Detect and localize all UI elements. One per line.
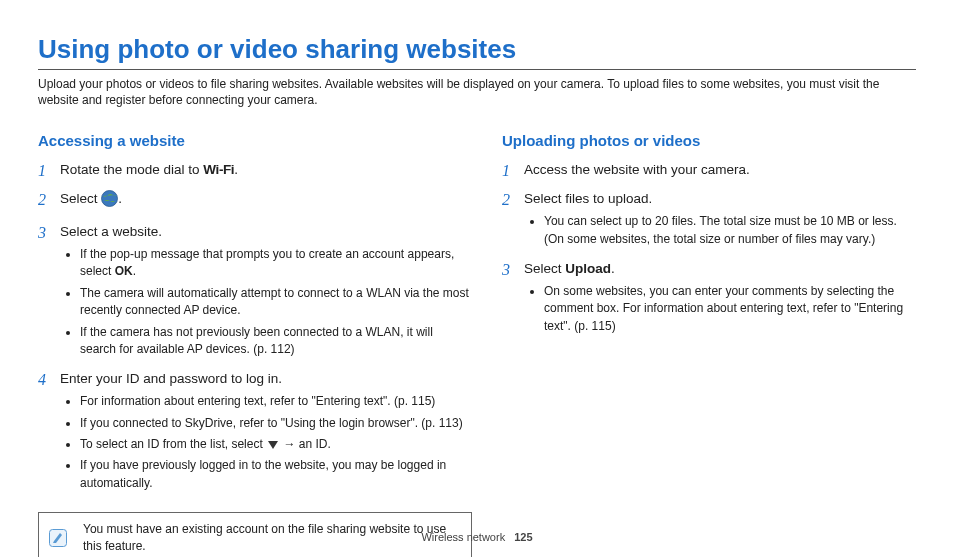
text-part: Rotate the mode dial to [60, 162, 203, 177]
step-2-text: Select files to upload. [524, 190, 916, 209]
step-3-sublist: On some websites, you can enter your com… [524, 283, 916, 335]
text-part: If the pop-up message that prompts you t… [80, 247, 454, 278]
step-3-text: Select a website. [60, 223, 472, 242]
footer-section: Wireless network [421, 531, 505, 543]
step-number: 4 [38, 370, 60, 389]
left-column: Accessing a website 1 Rotate the mode di… [38, 132, 472, 557]
right-column: Uploading photos or videos 1 Access the … [502, 132, 916, 557]
accessing-a-website-heading: Accessing a website [38, 132, 472, 149]
step-3: 3 Select Upload. On some websites, you c… [502, 260, 916, 341]
step-3-text: Select Upload. [524, 260, 916, 279]
text-part: . [234, 162, 238, 177]
step-2-text: Select . [60, 190, 472, 213]
step-2-sublist: You can select up to 20 files. The total… [524, 213, 916, 248]
text-part: . [118, 191, 122, 206]
title-rule [38, 69, 916, 70]
text-part: . [133, 264, 136, 278]
step-number: 3 [502, 260, 524, 279]
down-arrow-icon [268, 441, 278, 449]
list-item: If you connected to SkyDrive, refer to "… [80, 415, 472, 432]
uploading-photos-heading: Uploading photos or videos [502, 132, 916, 149]
text-part: . [611, 261, 615, 276]
ok-label: OK [115, 264, 133, 278]
step-number: 1 [502, 161, 524, 180]
text-part: Select [524, 261, 565, 276]
step-number: 2 [38, 190, 60, 209]
upload-label: Upload [565, 261, 611, 276]
list-item: The camera will automatically attempt to… [80, 285, 472, 320]
page-title: Using photo or video sharing websites [38, 34, 916, 65]
step-number: 2 [502, 190, 524, 209]
columns: Accessing a website 1 Rotate the mode di… [38, 132, 916, 557]
text-part: To select an ID from the list, select [80, 437, 266, 451]
list-item: If the camera has not previously been co… [80, 324, 472, 359]
step-number: 3 [38, 223, 60, 242]
step-1: 1 Access the website with your camera. [502, 161, 916, 184]
list-item: If the pop-up message that prompts you t… [80, 246, 472, 281]
list-item: You can select up to 20 files. The total… [544, 213, 916, 248]
list-item: On some websites, you can enter your com… [544, 283, 916, 335]
svg-point-0 [102, 191, 118, 207]
list-item: To select an ID from the list, select → … [80, 436, 472, 453]
wifi-icon: Wi-Fi [203, 162, 234, 177]
footer-page-number: 125 [514, 531, 532, 543]
text-part: → an ID. [280, 437, 331, 451]
text-part: Select [60, 191, 101, 206]
step-1: 1 Rotate the mode dial to Wi-Fi. [38, 161, 472, 184]
intro-text: Upload your photos or videos to file sha… [38, 76, 916, 108]
step-2: 2 Select files to upload. You can select… [502, 190, 916, 254]
step-3: 3 Select a website. If the pop-up messag… [38, 223, 472, 364]
step-1-text: Access the website with your camera. [524, 161, 916, 180]
list-item: For information about entering text, ref… [80, 393, 472, 410]
globe-icon [101, 190, 118, 213]
step-4-sublist: For information about entering text, ref… [60, 393, 472, 492]
step-1-text: Rotate the mode dial to Wi-Fi. [60, 161, 472, 180]
step-number: 1 [38, 161, 60, 180]
page-footer: Wireless network 125 [0, 531, 954, 543]
step-3-sublist: If the pop-up message that prompts you t… [60, 246, 472, 358]
step-2: 2 Select . [38, 190, 472, 217]
step-4: 4 Enter your ID and password to log in. … [38, 370, 472, 498]
step-4-text: Enter your ID and password to log in. [60, 370, 472, 389]
list-item: If you have previously logged in to the … [80, 457, 472, 492]
